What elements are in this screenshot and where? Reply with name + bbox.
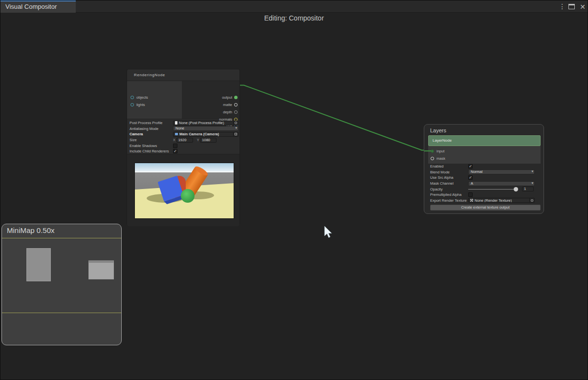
size-x-field[interactable]: 1920: [176, 138, 193, 143]
property-row-post-process-profile: Post Process Profile None (Post Process …: [130, 120, 239, 126]
property-row-size: Size X 1920 Y 1080: [130, 137, 239, 143]
minimap-layers-node-rect[interactable]: [88, 260, 114, 279]
opacity-slider[interactable]: [468, 189, 515, 190]
property-row-opacity: Opacity 1: [424, 186, 544, 192]
layer-node-header[interactable]: LayerNode: [428, 135, 541, 146]
render-preview-area: [127, 154, 240, 226]
render-texture-icon: [470, 199, 473, 202]
size-y-field[interactable]: 1080: [200, 138, 217, 143]
enabled-checkbox[interactable]: ✓: [468, 164, 473, 169]
property-row-mask-channel: Mask Channel A ▾: [424, 181, 544, 187]
profile-asset-icon: [175, 121, 177, 125]
premultiplied-alpha-checkbox[interactable]: [468, 192, 473, 197]
create-external-texture-output-button[interactable]: Create external texture output: [430, 205, 541, 211]
use-src-alpha-checkbox[interactable]: ✓: [468, 175, 473, 180]
object-picker-icon[interactable]: [233, 121, 238, 125]
camera-field[interactable]: Main Camera (Camera): [173, 132, 239, 137]
port-objects-icon[interactable]: [131, 96, 134, 99]
tab-visual-compositor[interactable]: Visual Compositor: [0, 0, 76, 13]
opacity-value-field[interactable]: 1: [522, 187, 534, 191]
port-lights[interactable]: lights: [131, 102, 145, 107]
layer-node-ports: input mask: [428, 146, 541, 164]
rendering-node-properties: Post Process Profile None (Post Process …: [127, 119, 240, 154]
port-input[interactable]: input: [431, 148, 444, 153]
minimap-viewport-bottom-line: [2, 313, 121, 313]
camera-picker-icon[interactable]: [233, 132, 238, 136]
port-depth[interactable]: depth: [223, 109, 238, 114]
blend-mode-dropdown[interactable]: Normal ▾: [468, 169, 535, 174]
tab-bar: Visual Compositor ⋮ ✕: [0, 0, 588, 13]
port-mask[interactable]: mask: [431, 156, 445, 161]
property-row-enabled: Enabled ✓: [424, 164, 544, 169]
minimap-viewport-top-line: [2, 238, 121, 238]
layers-panel-title: Layers: [424, 125, 544, 133]
chevron-down-icon: ▾: [531, 181, 533, 185]
property-row-blend-mode: Blend Mode Normal ▾: [424, 169, 544, 175]
port-matte[interactable]: matte: [223, 102, 238, 107]
property-row-enable-shadows: Enable Shadows: [130, 143, 239, 148]
close-icon[interactable]: ✕: [580, 3, 586, 11]
layer-node-properties: Enabled ✓ Blend Mode Normal ▾ Use Src Al…: [424, 164, 544, 203]
maximize-icon[interactable]: [568, 4, 575, 9]
rendering-node-title[interactable]: RenderingNode: [127, 69, 240, 81]
editing-context-label: Editing: Compositor: [0, 14, 588, 22]
chevron-down-icon: ▾: [235, 126, 237, 130]
rendering-node-ports: objects lights output matte depth normal…: [127, 81, 240, 119]
port-objects[interactable]: objects: [131, 95, 148, 100]
port-input-icon[interactable]: [431, 149, 434, 153]
port-output-icon[interactable]: [234, 96, 238, 99]
mask-channel-dropdown[interactable]: A ▾: [468, 181, 535, 186]
enable-shadows-checkbox[interactable]: [173, 144, 177, 148]
export-render-texture-field[interactable]: None (Render Texture): [468, 198, 535, 203]
property-row-premultiplied-alpha: Premultiplied Alpha: [424, 192, 544, 198]
property-row-camera: Camera Main Camera (Camera): [130, 131, 239, 137]
port-lights-icon[interactable]: [131, 103, 134, 106]
minimap-panel[interactable]: MiniMap 0.50x: [1, 224, 122, 345]
property-row-antialiasing-mode: Antialiasing Mode None ▾: [130, 126, 239, 132]
layer-node-title: LayerNode: [433, 138, 452, 143]
rendering-node[interactable]: RenderingNode objects lights output matt…: [127, 69, 240, 226]
layers-panel: Layers LayerNode input mask Enabled ✓ Bl…: [424, 124, 544, 214]
antialiasing-mode-dropdown[interactable]: None ▾: [173, 126, 239, 131]
port-matte-icon[interactable]: [234, 103, 238, 106]
include-child-renderers-checkbox[interactable]: ✓: [173, 149, 177, 153]
tab-title: Visual Compositor: [5, 3, 57, 10]
wire-stub: [424, 150, 431, 151]
port-output[interactable]: output: [222, 95, 238, 100]
object-picker-icon[interactable]: [529, 198, 534, 202]
visual-compositor-window: Visual Compositor ⋮ ✕ Editing: Composito…: [0, 0, 588, 380]
camera-icon: [175, 133, 178, 135]
property-row-use-src-alpha: Use Src Alpha ✓: [424, 175, 544, 181]
port-depth-icon[interactable]: [234, 110, 238, 114]
opacity-slider-handle[interactable]: [514, 187, 518, 191]
mouse-cursor: [323, 225, 333, 240]
context-menu-icon[interactable]: ⋮: [559, 0, 564, 13]
property-row-include-child-renderers: Include Child Renderers ✓: [130, 148, 239, 154]
scene-preview: [134, 163, 234, 219]
minimap-title: MiniMap 0.50x: [2, 224, 121, 234]
property-row-export-render-texture: Export Render Texture None (Render Textu…: [424, 198, 544, 204]
port-mask-icon[interactable]: [431, 157, 434, 160]
minimap-rendering-node-rect[interactable]: [26, 248, 51, 281]
chevron-down-icon: ▾: [531, 169, 533, 173]
post-process-profile-field[interactable]: None (Post Process Profile): [173, 121, 239, 126]
